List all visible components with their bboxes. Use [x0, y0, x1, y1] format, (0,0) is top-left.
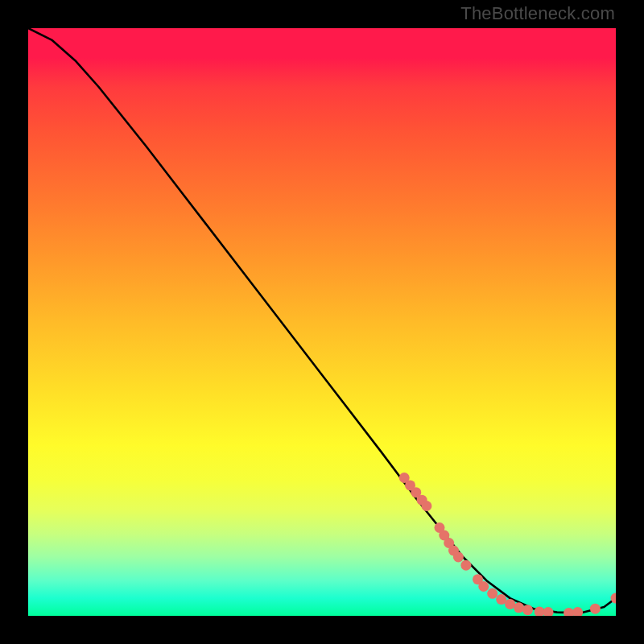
marker-dot	[543, 607, 554, 616]
marker-dot	[478, 581, 489, 592]
watermark-text: TheBottleneck.com	[460, 3, 615, 24]
marker-dot	[421, 501, 431, 511]
marker-dot	[514, 602, 524, 613]
marker-dot	[487, 588, 497, 599]
marker-dot	[535, 606, 545, 616]
plot-area	[28, 28, 616, 616]
chart-frame: TheBottleneck.com	[0, 0, 644, 644]
marker-dot	[460, 560, 471, 571]
chart-overlay	[28, 28, 616, 616]
bottleneck-curve	[28, 28, 616, 613]
marker-dot	[453, 552, 464, 563]
marker-dot	[572, 607, 583, 616]
marker-dots-group	[399, 473, 616, 616]
marker-dot	[590, 604, 601, 614]
marker-dot	[522, 605, 533, 615]
